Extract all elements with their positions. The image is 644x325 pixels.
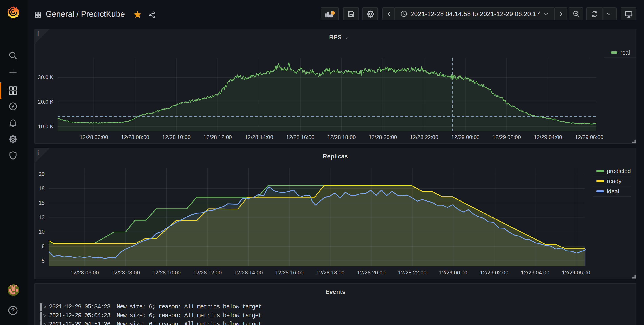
svg-text:ready: ready: [607, 178, 622, 184]
svg-text:?: ?: [11, 307, 15, 314]
svg-text:12/28 12:00: 12/28 12:00: [204, 134, 232, 140]
svg-text:20.0 K: 20.0 K: [38, 99, 54, 105]
svg-text:12/29 02:00: 12/29 02:00: [492, 134, 521, 140]
svg-text:12/28 14:00: 12/28 14:00: [234, 270, 263, 276]
svg-text:12/28 22:00: 12/28 22:00: [398, 270, 426, 276]
svg-text:12/29 04:00: 12/29 04:00: [521, 270, 550, 276]
svg-text:10.0 K: 10.0 K: [38, 123, 54, 129]
svg-text:12/28 06:00: 12/28 06:00: [80, 134, 108, 140]
svg-text:real: real: [620, 49, 630, 56]
svg-text:12/28 20:00: 12/28 20:00: [369, 134, 397, 140]
svg-text:predicted: predicted: [607, 168, 631, 174]
svg-text:12/29 00:00: 12/29 00:00: [439, 270, 467, 276]
svg-text:18: 18: [39, 185, 45, 191]
svg-text:30.0 K: 30.0 K: [38, 74, 54, 80]
svg-text:12/29 02:00: 12/29 02:00: [480, 270, 508, 276]
svg-text:5: 5: [42, 258, 45, 264]
svg-text:12/28 16:00: 12/28 16:00: [275, 270, 304, 276]
svg-text:12/29 06:00: 12/29 06:00: [575, 134, 604, 140]
svg-text:10: 10: [39, 229, 45, 235]
svg-text:12/29 00:00: 12/29 00:00: [451, 134, 480, 140]
svg-text:12/28 18:00: 12/28 18:00: [316, 270, 344, 276]
svg-text:12/28 14:00: 12/28 14:00: [245, 134, 273, 140]
svg-text:12/28 12:00: 12/28 12:00: [194, 270, 222, 276]
svg-text:12/28 20:00: 12/28 20:00: [357, 270, 386, 276]
svg-text:13: 13: [39, 214, 45, 220]
svg-text:20: 20: [39, 171, 45, 177]
svg-text:ideal: ideal: [607, 188, 619, 195]
svg-text:8: 8: [42, 243, 45, 249]
svg-text:12/28 08:00: 12/28 08:00: [121, 134, 149, 140]
svg-text:12/28 18:00: 12/28 18:00: [327, 134, 356, 140]
svg-text:12/29 04:00: 12/29 04:00: [534, 134, 562, 140]
svg-text:12/29 06:00: 12/29 06:00: [562, 270, 590, 276]
svg-text:12/28 16:00: 12/28 16:00: [286, 134, 314, 140]
svg-text:12/28 06:00: 12/28 06:00: [70, 270, 99, 276]
svg-text:12/28 10:00: 12/28 10:00: [162, 134, 190, 140]
svg-text:12/28 08:00: 12/28 08:00: [111, 270, 140, 276]
svg-text:15: 15: [39, 200, 45, 206]
svg-text:12/28 22:00: 12/28 22:00: [410, 134, 438, 140]
svg-text:12/28 10:00: 12/28 10:00: [152, 270, 181, 276]
